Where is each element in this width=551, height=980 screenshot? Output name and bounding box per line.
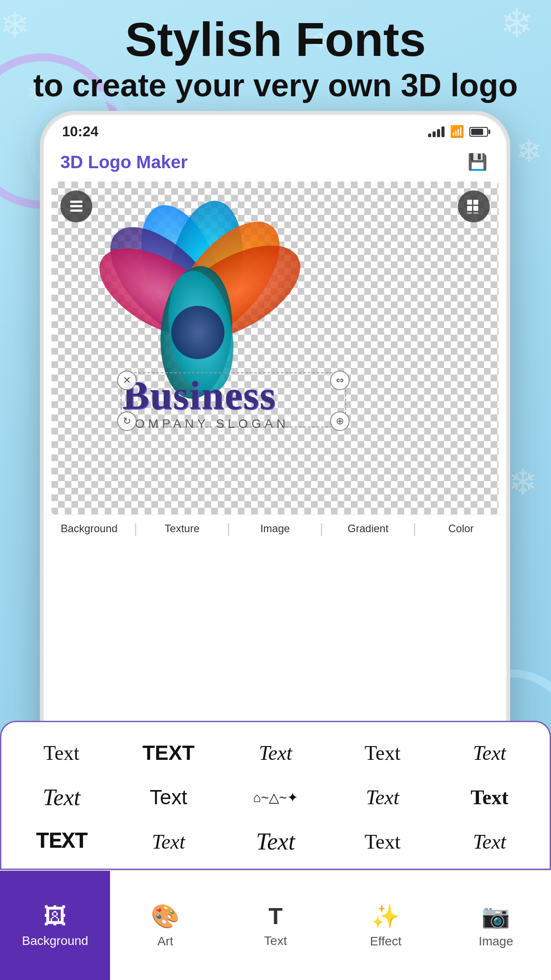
tab-texture[interactable]: Texture (138, 522, 227, 535)
background-tabs: Background | Texture | Image | Gradient … (44, 514, 506, 542)
art-nav-icon: 🎨 (151, 903, 180, 930)
status-bar: 10:24 📶 (44, 115, 506, 144)
font-option-6[interactable]: Text (117, 777, 220, 817)
font-option-5[interactable]: Text (10, 777, 113, 817)
wifi-icon: 📶 (450, 125, 464, 138)
app-title: 3D Logo Maker (60, 152, 188, 172)
svg-rect-0 (70, 201, 83, 203)
svg-rect-7 (467, 212, 472, 214)
header-title: Stylish Fonts (0, 13, 551, 66)
text-nav-icon: T (268, 903, 283, 929)
nav-effect-label: Effect (370, 934, 401, 948)
text-selection[interactable]: Business COMPANY SLOGAN ✕ ⇔ ↻ ⊕ (105, 355, 362, 443)
canvas-area[interactable]: Business COMPANY SLOGAN ✕ ⇔ ↻ ⊕ (51, 182, 499, 514)
font-option-11[interactable]: Text (117, 822, 220, 861)
nav-background-label: Background (22, 934, 88, 948)
font-option-0[interactable]: Text (10, 733, 113, 773)
background-nav-icon: 🖼 (43, 903, 67, 929)
nav-background[interactable]: 🖼 Background (0, 871, 110, 980)
svg-rect-2 (70, 209, 83, 212)
nav-image[interactable]: 📷 Image (441, 871, 551, 980)
handle-rotate[interactable]: ↻ (117, 411, 137, 431)
app-header: 3D Logo Maker 💾 (44, 144, 506, 182)
battery-icon (469, 127, 488, 137)
phone-frame: 10:24 📶 3D Logo Maker 💾 (40, 111, 510, 790)
layers-button[interactable] (60, 190, 92, 222)
font-option-7[interactable]: ⌂~△~✦ (224, 777, 327, 817)
nav-text-label: Text (264, 934, 287, 948)
status-icons: 📶 (428, 125, 488, 138)
svg-rect-8 (473, 212, 478, 214)
business-text: Business (122, 372, 276, 418)
effect-nav-icon: ✨ (371, 903, 400, 930)
signal-icon (428, 126, 445, 137)
status-time: 10:24 (62, 123, 98, 140)
font-option-13[interactable]: Text (331, 822, 434, 861)
font-option-12[interactable]: Text (224, 822, 327, 861)
svg-rect-1 (70, 205, 83, 207)
header-area: Stylish Fonts to create your very own 3D… (0, 13, 551, 104)
nav-art-label: Art (157, 934, 173, 948)
font-option-4[interactable]: Text (438, 733, 541, 773)
save-button[interactable]: 💾 (465, 150, 490, 174)
tab-color[interactable]: Color (416, 522, 506, 535)
font-option-3[interactable]: Text (331, 733, 434, 773)
slogan-text: COMPANY SLOGAN (122, 417, 289, 431)
font-option-10[interactable]: TEXT (10, 822, 113, 861)
svg-point-17 (171, 306, 224, 359)
font-option-1[interactable]: TEXT (117, 733, 220, 773)
svg-rect-4 (473, 200, 478, 205)
font-option-2[interactable]: Text (224, 733, 327, 773)
nav-image-label: Image (479, 934, 513, 948)
handle-delete[interactable]: ✕ (117, 371, 137, 390)
font-grid: Text TEXT Text Text Text Text Text ⌂~△~✦… (10, 733, 541, 861)
handle-resize[interactable]: ⇔ (330, 371, 350, 390)
svg-rect-5 (467, 206, 472, 211)
svg-rect-3 (467, 200, 472, 205)
header-subtitle: to create your very own 3D logo (0, 66, 551, 104)
tab-background[interactable]: Background (44, 522, 134, 535)
phone-inner: 10:24 📶 3D Logo Maker 💾 (44, 115, 506, 786)
tab-image[interactable]: Image (230, 522, 320, 535)
nav-art[interactable]: 🎨 Art (110, 871, 220, 980)
snowflake-decoration: ❄ (516, 133, 542, 170)
snowflake-decoration: ❄ (508, 462, 538, 503)
tab-gradient[interactable]: Gradient (323, 522, 413, 535)
font-option-9[interactable]: Text (438, 777, 541, 817)
grid-button[interactable] (458, 190, 490, 222)
font-option-14[interactable]: Text (438, 822, 541, 861)
nav-text[interactable]: T Text (220, 871, 331, 980)
font-grid-section: Text TEXT Text Text Text Text Text ⌂~△~✦… (0, 721, 551, 870)
nav-effect[interactable]: ✨ Effect (331, 871, 441, 980)
font-option-8[interactable]: Text (331, 777, 434, 817)
image-nav-icon: 📷 (481, 903, 510, 930)
handle-scale[interactable]: ⊕ (330, 411, 350, 431)
bottom-nav: 🖼 Background 🎨 Art T Text ✨ Effect 📷 Ima… (0, 870, 551, 980)
svg-rect-6 (473, 206, 478, 211)
